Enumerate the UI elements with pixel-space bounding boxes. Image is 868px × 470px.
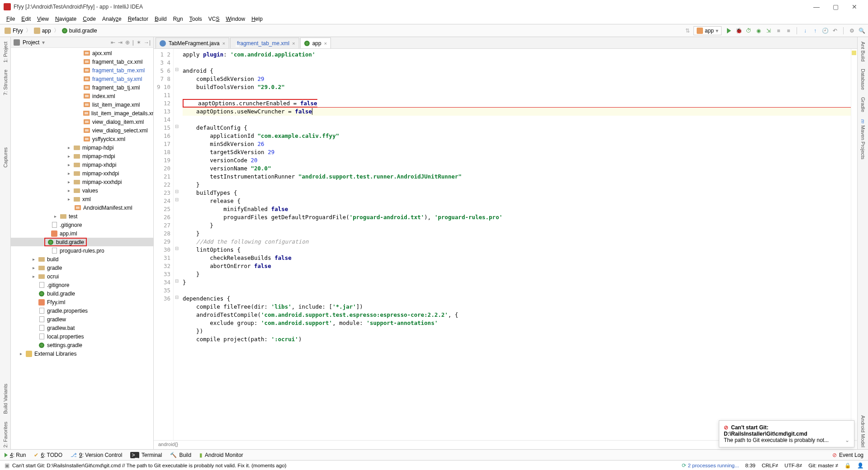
debug-button[interactable]: 🐞	[735, 27, 742, 34]
tree-folder[interactable]: ▸test	[11, 212, 153, 221]
tree-file-selected[interactable]: build.gradle	[11, 238, 153, 246]
status-git-branch[interactable]: Git: master ≠	[808, 463, 838, 468]
close-icon[interactable]: ×	[324, 41, 327, 46]
run-button[interactable]	[725, 27, 732, 34]
tree-file[interactable]: list_item_image.xml	[11, 100, 153, 109]
profile-button[interactable]: ⏱	[745, 27, 752, 34]
tree-file[interactable]: view_dialog_item.xml	[11, 118, 153, 126]
menu-help[interactable]: Help	[249, 15, 265, 23]
tree-file[interactable]: gradle.properties	[11, 306, 153, 315]
status-processes[interactable]: ⟳ 2 processes running...	[682, 462, 739, 469]
project-structure-button[interactable]: ⚙	[848, 27, 855, 34]
coverage-button[interactable]: ◉	[755, 27, 762, 34]
tree-file[interactable]: fragment_tab_me.xml	[11, 66, 153, 75]
vcs-history-button[interactable]: 🕘	[821, 27, 829, 34]
menu-analyze[interactable]: Analyze	[99, 15, 124, 23]
crumb-module[interactable]: app	[32, 28, 53, 34]
panel-target-icon[interactable]: ⊕	[125, 39, 130, 46]
tree-file[interactable]: Ffyy.iml	[11, 298, 153, 306]
tree-file[interactable]: gradlew.bat	[11, 324, 153, 332]
rail-android-model[interactable]: Android Model	[859, 414, 867, 449]
tool-event-log[interactable]: ⊘Event Log	[832, 452, 863, 458]
error-stripe[interactable]	[851, 49, 857, 440]
tool-build[interactable]: 🔨Build	[170, 452, 191, 458]
tree-file[interactable]: app.iml	[11, 229, 153, 238]
close-icon[interactable]: ×	[222, 41, 225, 46]
rail-project[interactable]: 1: Project	[2, 40, 9, 64]
panel-collapse-icon[interactable]: ⇤	[111, 39, 115, 46]
tree-file[interactable]: index.xml	[11, 92, 153, 100]
rail-favorites[interactable]: 2: Favorites	[2, 420, 9, 449]
notification-balloon[interactable]: ⊘Can't start Git: D:\RailsInstaller\Git\…	[719, 420, 854, 447]
tree-folder[interactable]: ▸ocrui	[11, 272, 153, 281]
tool-todo[interactable]: ✔6: TODO	[34, 452, 62, 458]
menu-edit[interactable]: Edit	[19, 15, 33, 23]
line-gutter[interactable]: 1 2 3 4 5 6 7 8 9 10 11 12 13 14 15 16 1…	[154, 49, 174, 440]
menu-vcs[interactable]: VCS	[206, 15, 222, 23]
panel-expand-icon[interactable]: ⇥	[118, 39, 123, 46]
tree-file[interactable]: ysffyyclcx.xml	[11, 135, 153, 143]
tree-file[interactable]: fragment_tab_sy.xml	[11, 75, 153, 83]
editor-tab[interactable]: fragment_tab_me.xml×	[230, 38, 299, 48]
menu-view[interactable]: View	[34, 15, 52, 23]
status-icon[interactable]: ▣	[5, 462, 9, 469]
status-lock-icon[interactable]: 🔒	[844, 462, 851, 469]
tree-folder[interactable]: ▸build	[11, 255, 153, 263]
vcs-update-button[interactable]: ↓	[802, 27, 809, 34]
vcs-revert-button[interactable]: ↶	[831, 27, 839, 34]
tree-file[interactable]: proguard-rules.pro	[11, 246, 153, 255]
menu-window[interactable]: Window	[223, 15, 248, 23]
editor-tab-active[interactable]: app×	[300, 38, 331, 48]
crumb-root[interactable]: Ffyy	[3, 28, 25, 34]
tree-file[interactable]: view_dialog_select.xml	[11, 126, 153, 135]
tree-file[interactable]: local.properties	[11, 332, 153, 341]
rail-gradle[interactable]: Gradle	[859, 95, 867, 114]
tree-file[interactable]: fragment_tab_tj.xml	[11, 83, 153, 92]
tree-file[interactable]: ajxx.xml	[11, 49, 153, 57]
close-button[interactable]: ✕	[849, 1, 860, 12]
tree-folder[interactable]: ▸mipmap-xxxhdpi	[11, 178, 153, 186]
panel-settings-icon[interactable]: ✶	[137, 39, 141, 46]
status-line-separator[interactable]: CRLF≠	[762, 463, 778, 468]
menu-build[interactable]: Build	[152, 15, 170, 23]
menu-tools[interactable]: Tools	[187, 15, 205, 23]
rail-database[interactable]: Database	[859, 67, 867, 92]
menu-file[interactable]: File	[4, 15, 18, 23]
tree-folder[interactable]: ▸mipmap-xhdpi	[11, 160, 153, 169]
tool-terminal[interactable]: >_Terminal	[130, 452, 162, 458]
crumb-file[interactable]: build.gradle	[60, 28, 99, 34]
rail-maven[interactable]: m Maven Projects	[859, 118, 867, 161]
tree-folder[interactable]: ▸xml	[11, 195, 153, 203]
attach-button[interactable]: ⇲	[765, 27, 772, 34]
menu-run[interactable]: Run	[170, 15, 186, 23]
maximize-button[interactable]: ▢	[830, 1, 841, 12]
search-everywhere-button[interactable]: 🔍	[858, 27, 865, 34]
tree-file[interactable]: list_item_image_details.xml	[11, 109, 153, 118]
stop-button[interactable]: ■	[775, 27, 782, 34]
tree-folder[interactable]: ▸mipmap-hdpi	[11, 143, 153, 152]
menu-refactor[interactable]: Refactor	[125, 15, 151, 23]
tree-folder[interactable]: ▸values	[11, 186, 153, 195]
tree-external-libs[interactable]: ▸External Libraries	[11, 349, 153, 358]
tree-file[interactable]: .gitignore	[11, 221, 153, 229]
tree-file[interactable]: gradlew	[11, 315, 153, 324]
tree-folder[interactable]: ▸mipmap-mdpi	[11, 152, 153, 160]
status-position[interactable]: 8:39	[745, 463, 755, 468]
status-encoding[interactable]: UTF-8≠	[784, 463, 802, 468]
run-config-selector[interactable]: app ▾	[693, 26, 722, 35]
tool-run[interactable]: 4: Run	[5, 452, 26, 458]
rail-structure[interactable]: 7: Structure	[2, 68, 9, 97]
rail-build-variants[interactable]: Build Variants	[2, 382, 9, 416]
minimize-button[interactable]: —	[811, 1, 822, 12]
vcs-commit-button[interactable]: ↑	[811, 27, 819, 34]
tree-file[interactable]: build.gradle	[11, 289, 153, 298]
rail-ant[interactable]: Ant Build	[859, 40, 867, 63]
tree-folder[interactable]: ▸gradle	[11, 263, 153, 272]
tree-file[interactable]: fragment_tab_cx.xml	[11, 57, 153, 66]
tree-folder[interactable]: ▸mipmap-xxhdpi	[11, 169, 153, 178]
code-editor[interactable]: apply plugin: 'com.android.application' …	[180, 49, 851, 440]
editor-tab[interactable]: TabMeFragment.java×	[156, 38, 229, 48]
tool-android-monitor[interactable]: ▮Android Monitor	[199, 452, 243, 458]
stop2-button[interactable]: ■	[785, 27, 792, 34]
chevron-down-icon[interactable]: ⌄	[845, 437, 849, 443]
